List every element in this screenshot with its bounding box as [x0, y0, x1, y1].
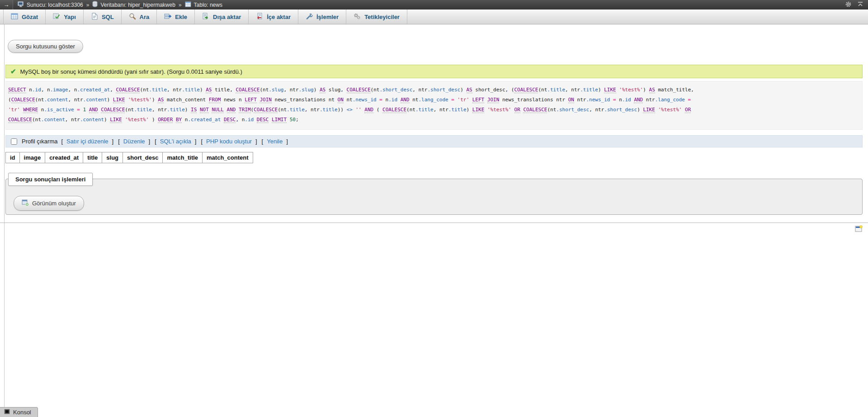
column-header-slug: slug — [102, 152, 123, 163]
create-view-button[interactable]: Görünüm oluştur — [14, 196, 84, 211]
result-header-row: id image created_at title slug short_des… — [6, 152, 253, 163]
tab-label: Tetikleyiciler — [364, 14, 400, 20]
open-new-window-row — [5, 223, 863, 234]
bracket: [ — [262, 138, 264, 145]
bracket: [ — [201, 138, 203, 145]
inline-edit-link[interactable]: Satır içi düzenle — [66, 138, 108, 145]
profiling-label: Profil çıkarma — [22, 138, 57, 145]
query-results-operations-legend: Sorgu sonuçları işlemleri — [8, 173, 93, 186]
tab-label: Ekle — [175, 14, 187, 20]
breadcrumb-separator: » — [86, 2, 90, 8]
tab-structure[interactable]: Yapı — [46, 9, 84, 24]
tab-label: Ara — [140, 14, 150, 20]
create-php-code-link[interactable]: PHP kodu oluştur — [206, 138, 252, 145]
breadcrumb-database[interactable]: Veritabanı: hiper_hipermakweb — [92, 1, 175, 9]
column-header-title: title — [83, 152, 102, 163]
show-query-box-label: Sorgu kutusunu göster — [16, 43, 75, 50]
settings-gear-icon[interactable] — [845, 1, 852, 9]
server-icon — [18, 1, 24, 9]
create-view-label: Görünüm oluştur — [32, 200, 76, 207]
column-header-match-content: match_content — [203, 152, 253, 163]
tab-label: İçe aktar — [267, 14, 291, 20]
refresh-link[interactable]: Yenile — [267, 138, 283, 145]
tab-label: SQL — [102, 14, 114, 20]
right-arrow-icon: → — [4, 1, 9, 8]
structure-icon — [53, 13, 60, 21]
executed-sql-query: SELECT n.id, n.image, n.created_at, COAL… — [5, 81, 863, 130]
edit-link[interactable]: Düzenle — [123, 138, 145, 145]
tab-label: İşlemler — [316, 14, 339, 20]
query-tools-row: Profil çıkarma [Satır içi düzenle] [Düze… — [5, 135, 863, 147]
explain-sql-link[interactable]: SQL'i açıkla — [160, 138, 191, 145]
result-columns-table: id image created_at title slug short_des… — [5, 152, 253, 163]
success-check-icon: ✔ — [10, 67, 16, 76]
main-content: Sorgu kutusunu göster ✔ MySQL boş bir so… — [0, 24, 868, 234]
column-header-id: id — [6, 152, 20, 163]
nav-panel-expand-button[interactable]: → — [0, 0, 13, 9]
database-icon — [92, 1, 98, 9]
tab-label: Dışa aktar — [213, 14, 241, 20]
success-message-text: MySQL boş bir sonuç kümesi döndürdü (yan… — [20, 68, 242, 75]
tab-export[interactable]: Dışa aktar — [195, 9, 249, 24]
breadcrumb-table-label: Tablo: news — [194, 2, 222, 8]
top-breadcrumb-bar: → Sunucu: localhost:3306 » Veritabanı: h… — [0, 0, 868, 9]
bracket: ] — [195, 138, 197, 145]
tab-browse[interactable]: Gözat — [3, 9, 46, 24]
tab-label: Gözat — [22, 14, 38, 20]
bracket: ] — [149, 138, 151, 145]
breadcrumb: Sunucu: localhost:3306 » Veritabanı: hip… — [13, 1, 222, 9]
tab-operations[interactable]: İşlemler — [298, 9, 346, 24]
query-success-message: ✔ MySQL boş bir sonuç kümesi döndürdü (y… — [5, 65, 863, 78]
bracket: ] — [112, 138, 114, 145]
tab-label: Yapı — [64, 14, 76, 20]
console-label: Konsol — [13, 409, 31, 416]
bracket: [ — [155, 138, 156, 145]
create-view-icon — [22, 199, 29, 208]
open-query-window-icon[interactable] — [855, 225, 863, 234]
triggers-icon — [354, 13, 361, 21]
column-header-match-title: match_title — [163, 152, 203, 163]
sql-icon — [91, 13, 98, 21]
collapse-panel-icon[interactable] — [857, 1, 863, 9]
import-icon — [256, 13, 263, 21]
operations-icon — [306, 13, 313, 21]
export-icon — [202, 13, 209, 21]
tab-triggers[interactable]: Tetikleyiciler — [346, 9, 407, 24]
search-icon — [129, 13, 136, 21]
tab-import[interactable]: İçe aktar — [249, 9, 298, 24]
tab-sql[interactable]: SQL — [84, 9, 122, 24]
table-browse-icon — [11, 13, 18, 21]
bracket: [ — [118, 138, 120, 145]
console-toggle-bar[interactable]: Konsol — [0, 407, 38, 417]
bracket: ] — [286, 138, 288, 145]
profiling-checkbox[interactable] — [11, 138, 17, 145]
tab-search[interactable]: Ara — [122, 9, 157, 24]
show-query-box-button[interactable]: Sorgu kutusunu göster — [8, 40, 83, 53]
breadcrumb-separator: » — [179, 2, 182, 8]
insert-icon — [164, 13, 171, 21]
tab-insert[interactable]: Ekle — [157, 9, 195, 24]
column-header-image: image — [19, 152, 45, 163]
query-results-operations-panel: Sorgu sonuçları işlemleri Görünüm oluştu… — [5, 179, 863, 215]
breadcrumb-server-label: Sunucu: localhost:3306 — [27, 2, 83, 8]
breadcrumb-table[interactable]: Tablo: news — [185, 1, 222, 9]
column-header-created-at: created_at — [45, 152, 83, 163]
table-icon — [185, 1, 191, 9]
bracket: ] — [255, 138, 257, 145]
table-tab-bar: Gözat Yapı SQL Ara Ekle Dışa aktar İçe a… — [0, 9, 868, 24]
column-header-short-desc: short_desc — [123, 152, 163, 163]
topbar-actions — [845, 1, 868, 9]
breadcrumb-server[interactable]: Sunucu: localhost:3306 — [18, 1, 83, 9]
breadcrumb-database-label: Veritabanı: hiper_hipermakweb — [100, 2, 175, 8]
console-icon — [4, 409, 10, 416]
bracket: [ — [61, 138, 63, 145]
